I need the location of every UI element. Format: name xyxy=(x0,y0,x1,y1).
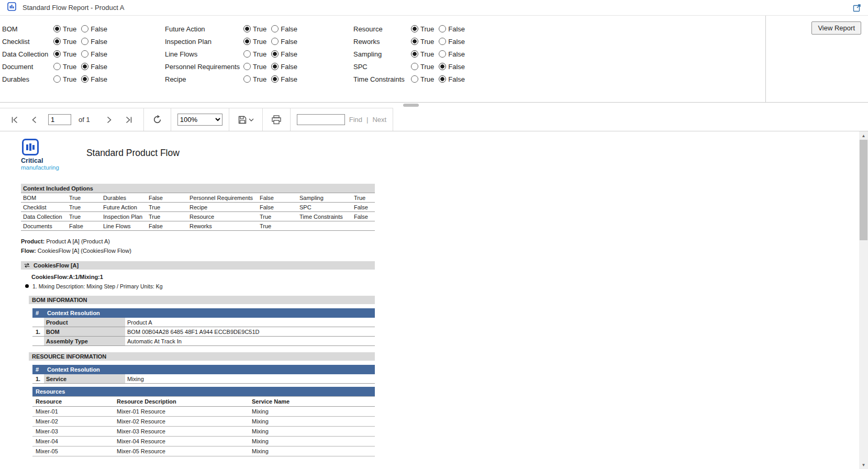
radio-option-false[interactable]: False xyxy=(81,38,107,46)
vertical-scrollbar-thumb[interactable] xyxy=(860,140,867,240)
radio-true[interactable] xyxy=(243,63,251,70)
parameter-row-future-action: Future Action True False xyxy=(165,23,302,35)
radio-option-true[interactable]: True xyxy=(53,75,76,83)
option-label: Line Flows xyxy=(101,221,147,231)
radio-true-label: True xyxy=(420,38,434,46)
first-page-button[interactable] xyxy=(8,114,21,126)
radio-option-false[interactable]: False xyxy=(439,25,465,33)
radio-false[interactable] xyxy=(271,38,279,45)
row-label: Product xyxy=(44,318,125,327)
radio-true[interactable] xyxy=(53,38,61,45)
save-export-button[interactable] xyxy=(236,113,256,127)
table-row: 1. Service Mixing xyxy=(32,374,375,384)
radio-false[interactable] xyxy=(439,75,446,83)
radio-true[interactable] xyxy=(243,50,251,58)
radio-false[interactable] xyxy=(81,50,88,58)
resource-cell: Mixer-03 xyxy=(32,427,114,437)
parameter-row-bom: BOM True False xyxy=(2,23,112,35)
radio-option-true[interactable]: True xyxy=(53,25,76,33)
radio-option-true[interactable]: True xyxy=(411,63,434,71)
radio-option-true[interactable]: True xyxy=(243,38,266,46)
radio-true[interactable] xyxy=(53,63,61,70)
radio-option-true[interactable]: True xyxy=(411,50,434,58)
radio-false[interactable] xyxy=(439,63,446,70)
radio-option-false[interactable]: False xyxy=(81,63,107,71)
radio-true[interactable] xyxy=(411,75,418,83)
radio-false[interactable] xyxy=(81,38,88,45)
radio-true[interactable] xyxy=(411,25,418,32)
column-header-number: # xyxy=(32,365,44,374)
table-caption-row: Context Included Options xyxy=(21,184,375,193)
radio-option-true[interactable]: True xyxy=(53,50,76,58)
page-number-input[interactable] xyxy=(48,114,71,125)
open-new-window-icon[interactable] xyxy=(851,2,863,14)
radio-false[interactable] xyxy=(271,25,279,32)
find-next-button[interactable]: Next xyxy=(372,116,386,124)
radio-option-false[interactable]: False xyxy=(81,75,107,83)
radio-true[interactable] xyxy=(243,75,251,83)
vertical-scrollbar[interactable]: ▲ ▼ xyxy=(859,131,868,469)
radio-option-false[interactable]: False xyxy=(439,38,465,46)
radio-option-false[interactable]: False xyxy=(271,25,297,33)
radio-option-false[interactable]: False xyxy=(439,50,465,58)
radio-false-label: False xyxy=(281,50,297,58)
radio-option-true[interactable]: True xyxy=(53,63,76,71)
radio-false[interactable] xyxy=(81,63,88,70)
parameter-label: Document xyxy=(2,63,53,71)
radio-true[interactable] xyxy=(411,63,418,70)
product-line: Product:Product A [A] (Product A) xyxy=(21,238,848,244)
radio-true[interactable] xyxy=(411,50,418,58)
radio-false[interactable] xyxy=(271,50,279,58)
previous-page-button[interactable] xyxy=(28,114,41,126)
radio-true[interactable] xyxy=(243,25,251,32)
resource-description-cell: Mixer-03 Resource xyxy=(114,427,249,437)
radio-option-true[interactable]: True xyxy=(243,50,266,58)
radio-option-true[interactable]: True xyxy=(53,38,76,46)
radio-option-false[interactable]: False xyxy=(439,63,465,71)
radio-option-true[interactable]: True xyxy=(243,63,266,71)
radio-false-label: False xyxy=(448,75,465,83)
radio-option-false[interactable]: False xyxy=(271,63,297,71)
radio-false[interactable] xyxy=(439,50,446,58)
radio-false[interactable] xyxy=(81,25,88,32)
radio-true[interactable] xyxy=(53,25,61,32)
refresh-button[interactable] xyxy=(150,113,164,127)
option-label xyxy=(297,221,352,231)
radio-true[interactable] xyxy=(53,75,61,83)
radio-false[interactable] xyxy=(81,75,88,83)
radio-true[interactable] xyxy=(411,38,418,45)
radio-option-false[interactable]: False xyxy=(81,50,107,58)
zoom-select[interactable]: 100% xyxy=(177,114,222,126)
horizontal-scrollbar-thumb[interactable] xyxy=(403,104,419,107)
parameter-row-document: Document True False xyxy=(2,60,112,73)
option-value: True xyxy=(67,203,101,212)
scroll-down-arrow-icon[interactable]: ▼ xyxy=(859,461,868,469)
next-page-button[interactable] xyxy=(103,114,115,126)
radio-false[interactable] xyxy=(271,63,279,70)
radio-option-true[interactable]: True xyxy=(243,75,266,83)
find-input[interactable] xyxy=(297,114,345,125)
radio-option-false[interactable]: False xyxy=(271,75,297,83)
radio-option-true[interactable]: True xyxy=(411,75,434,83)
radio-option-false[interactable]: False xyxy=(439,75,465,83)
radio-option-false[interactable]: False xyxy=(271,38,297,46)
view-report-button[interactable]: View Report xyxy=(811,21,861,35)
resource-description-cell: Mixer-04 Resource xyxy=(114,437,249,446)
last-page-button[interactable] xyxy=(123,114,135,126)
radio-false[interactable] xyxy=(439,38,446,45)
radio-false[interactable] xyxy=(439,25,446,32)
radio-false[interactable] xyxy=(271,75,279,83)
radio-option-true[interactable]: True xyxy=(411,38,434,46)
radio-option-true[interactable]: True xyxy=(411,25,434,33)
radio-option-false[interactable]: False xyxy=(271,50,297,58)
option-value: False xyxy=(147,193,187,203)
radio-option-false[interactable]: False xyxy=(81,25,107,33)
resource-cell: Mixer-04 xyxy=(32,437,114,446)
radio-true[interactable] xyxy=(53,50,61,58)
radio-true[interactable] xyxy=(243,38,251,45)
find-button[interactable]: Find xyxy=(349,116,362,124)
scroll-up-arrow-icon[interactable]: ▲ xyxy=(859,131,868,140)
print-button[interactable] xyxy=(269,113,284,127)
radio-option-true[interactable]: True xyxy=(243,25,266,33)
parameter-row-personnel-requirements: Personnel Requirements True False xyxy=(165,60,302,73)
